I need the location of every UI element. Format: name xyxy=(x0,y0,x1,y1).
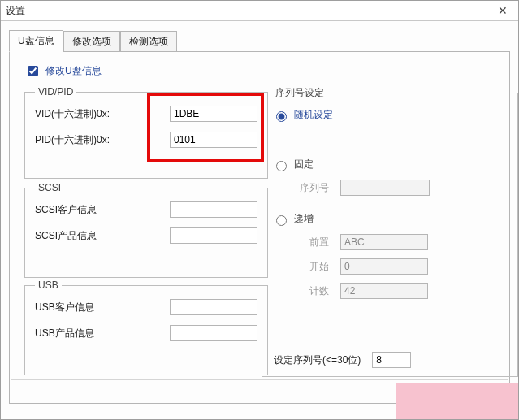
inc-prefix-input xyxy=(340,234,428,250)
usb-customer-input[interactable] xyxy=(170,299,257,315)
fieldset-scsi: SCSI SCSI客户信息 SCSI产品信息 xyxy=(24,182,268,278)
inc-start-label: 开始 xyxy=(272,260,329,274)
tab-label: 检测选项 xyxy=(129,36,168,47)
legend-usb: USB xyxy=(35,279,62,291)
inc-start-input xyxy=(340,258,428,275)
modify-udisk-checkbox[interactable]: 修改U盘信息 xyxy=(24,63,102,79)
settings-window: 设置 ✕ U盘信息 修改选项 检测选项 修改U盘信息 VID/PID VID(十… xyxy=(0,0,519,420)
window-title: 设置 xyxy=(6,1,487,20)
legend-scsi: SCSI xyxy=(35,182,64,193)
fieldset-vidpid: VID/PID VID(十六进制)0x: PID(十六进制)0x: xyxy=(24,86,268,179)
serial-fixed-label: 序列号 xyxy=(272,181,329,195)
radio-increment-label: 递增 xyxy=(294,212,314,226)
modify-udisk-label: 修改U盘信息 xyxy=(45,64,102,78)
tab-detect-options[interactable]: 检测选项 xyxy=(120,31,177,52)
radio-increment-input[interactable] xyxy=(276,215,287,226)
radio-random[interactable]: 随机设定 xyxy=(272,108,508,122)
serial-fixed-input xyxy=(340,180,430,196)
fieldset-usb: USB USB客户信息 USB产品信息 xyxy=(24,279,268,375)
highlight-box xyxy=(147,93,264,162)
usb-product-label: USB产品信息 xyxy=(35,327,170,340)
usb-product-input[interactable] xyxy=(170,325,257,341)
scsi-product-input[interactable] xyxy=(170,227,257,244)
footer-divider xyxy=(11,379,508,380)
close-button[interactable]: ✕ xyxy=(487,1,518,20)
tab-modify-options[interactable]: 修改选项 xyxy=(63,31,120,52)
tab-label: 修改选项 xyxy=(72,36,111,47)
scsi-customer-label: SCSI客户信息 xyxy=(35,203,170,217)
radio-fixed-input[interactable] xyxy=(276,161,287,171)
legend-serial: 序列号设定 xyxy=(272,86,327,100)
titlebar: 设置 ✕ xyxy=(1,1,518,21)
close-icon: ✕ xyxy=(498,4,508,17)
radio-increment[interactable]: 递增 xyxy=(272,212,508,226)
usb-customer-label: USB客户信息 xyxy=(35,301,170,314)
radio-random-label: 随机设定 xyxy=(294,108,333,122)
radio-random-input[interactable] xyxy=(276,111,287,122)
footer-block xyxy=(396,383,518,419)
scsi-customer-input[interactable] xyxy=(170,201,257,218)
serial-length-row: 设定序列号(<=30位) xyxy=(274,352,411,368)
fieldset-serial: 序列号设定 随机设定 固定 序列号 递增 前置 xyxy=(262,86,518,377)
radio-fixed-label: 固定 xyxy=(294,158,314,171)
inc-count-label: 计数 xyxy=(272,284,329,298)
modify-udisk-check-input[interactable] xyxy=(28,66,38,76)
tab-bar: U盘信息 修改选项 检测选项 xyxy=(1,21,518,51)
legend-vidpid: VID/PID xyxy=(35,86,76,97)
serial-length-label: 设定序列号(<=30位) xyxy=(274,353,361,367)
tab-label: U盘信息 xyxy=(18,35,54,46)
tab-udisk-info[interactable]: U盘信息 xyxy=(9,30,63,52)
inc-count-input xyxy=(340,283,428,299)
scsi-product-label: SCSI产品信息 xyxy=(35,229,170,243)
panel-udisk-info: 修改U盘信息 VID/PID VID(十六进制)0x: PID(十六进制)0x:… xyxy=(9,51,510,404)
serial-length-input[interactable] xyxy=(372,352,411,368)
inc-prefix-label: 前置 xyxy=(272,236,329,249)
radio-fixed[interactable]: 固定 xyxy=(272,158,508,171)
